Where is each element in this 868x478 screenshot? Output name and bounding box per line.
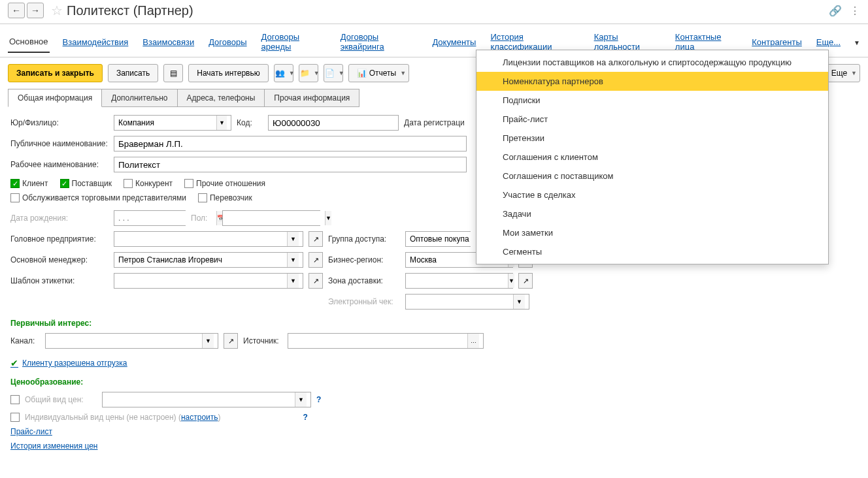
nav-tab-0[interactable]: Основное [8, 33, 50, 53]
checkmark-icon: ✓ [10, 179, 20, 188]
access-group-select[interactable] [405, 231, 471, 247]
forward-button[interactable]: → [27, 3, 44, 18]
menu-item-8[interactable]: Задачи [476, 204, 828, 223]
menu-item-4[interactable]: Претензии [476, 129, 828, 148]
nav-tab-3[interactable]: Договоры [207, 33, 248, 52]
users-icon-button[interactable]: 👥▼ [274, 64, 293, 82]
open-external-button[interactable]: ↗ [309, 273, 323, 289]
sub-tab-2[interactable]: Адреса, телефоны [177, 89, 265, 107]
channel-field[interactable] [50, 334, 202, 348]
nav-tab-1[interactable]: Взаимодействия [61, 33, 130, 52]
common-price-checkbox[interactable] [10, 395, 20, 404]
head-company-select[interactable]: ▼ [114, 231, 303, 247]
chevron-down-icon[interactable]: ▼ [202, 334, 214, 348]
reg-date-label: Дата регистраци [404, 118, 465, 127]
ur-fiz-label: Юр/Физлицо: [10, 118, 108, 127]
chevron-down-icon[interactable]: ▼ [287, 232, 299, 246]
delivery-zone-field[interactable] [410, 274, 508, 288]
nav-tab-2[interactable]: Взаимосвязи [141, 33, 195, 52]
open-external-button[interactable]: ↗ [309, 231, 323, 247]
carrier-checkbox[interactable]: Перевозчик [198, 193, 252, 202]
chevron-down-icon[interactable]: ▼ [325, 211, 331, 225]
served-by-checkbox[interactable]: Обслуживается торговыми представителями [10, 193, 186, 202]
menu-item-2[interactable]: Подписки [476, 91, 828, 110]
source-select[interactable]: … [288, 333, 484, 349]
gender-select[interactable]: ▼ [222, 210, 320, 226]
echeck-label: Электронный чек: [328, 297, 400, 306]
chevron-down-icon[interactable]: ▼ [508, 274, 514, 288]
company-type-select[interactable]: ▼ [114, 115, 231, 131]
chevron-down-icon[interactable]: ▼ [216, 116, 227, 130]
menu-item-7[interactable]: Участие в сделках [476, 185, 828, 204]
ellipsis-icon[interactable]: … [467, 334, 479, 348]
sub-tab-1[interactable]: Дополнительно [101, 89, 177, 107]
list-icon-button[interactable]: ▤ [163, 64, 183, 82]
open-external-button[interactable]: ↗ [224, 333, 238, 349]
chevron-down-icon[interactable]: ▼ [854, 39, 860, 46]
price-list-link[interactable]: Прайс-лист [10, 427, 52, 436]
shipping-allowed-link[interactable]: Клиенту разрешена отгрузка [22, 358, 127, 368]
help-icon[interactable]: ? [303, 413, 308, 422]
public-name-input[interactable] [114, 136, 467, 151]
head-company-field[interactable] [118, 232, 287, 246]
reports-button[interactable]: 📊Отчеты▼ [348, 64, 409, 82]
open-external-button[interactable]: ↗ [309, 252, 323, 268]
link-icon[interactable]: 🔗 [829, 5, 842, 17]
configure-link[interactable]: настроить [181, 413, 218, 422]
company-type-input[interactable] [118, 116, 216, 130]
chevron-down-icon[interactable]: ▼ [287, 274, 299, 288]
nav-tab-5[interactable]: Договоры эквайринга [339, 28, 420, 57]
client-checkbox[interactable]: ✓Клиент [10, 179, 48, 188]
price-history-link[interactable]: История изменения цен [10, 441, 98, 451]
work-name-input[interactable] [114, 157, 467, 172]
sub-tab-0[interactable]: Общая информация [8, 89, 102, 107]
chevron-down-icon: ▼ [314, 70, 320, 76]
more-vert-icon[interactable]: ⋮ [850, 5, 860, 17]
chevron-down-icon[interactable]: ▼ [287, 253, 299, 267]
menu-item-1[interactable]: Номенклатура партнеров [476, 72, 828, 91]
menu-item-6[interactable]: Соглашения с поставщиком [476, 167, 828, 185]
save-button[interactable]: Записать [108, 64, 158, 82]
menu-item-9[interactable]: Мои заметки [476, 223, 828, 242]
chevron-down-icon[interactable]: ▼ [295, 392, 307, 407]
common-price-field[interactable] [107, 392, 295, 407]
menu-item-0[interactable]: Лицензии поставщиков на алкогольную и сп… [476, 53, 828, 72]
main-manager-select[interactable]: ▼ [114, 252, 303, 268]
chevron-down-icon[interactable]: ▼ [513, 295, 525, 309]
open-external-button[interactable]: ↗ [518, 273, 533, 289]
common-price-select[interactable]: ▼ [102, 392, 311, 407]
delivery-zone-select[interactable]: ▼ [405, 273, 513, 289]
menu-item-10[interactable]: Сегменты [476, 242, 828, 261]
checkbox-icon [10, 193, 20, 202]
save-close-button[interactable]: Записать и закрыть [8, 64, 103, 82]
echeck-select[interactable]: ▼ [405, 294, 529, 310]
checkbox-icon [184, 179, 193, 188]
menu-item-3[interactable]: Прайс-лист [476, 110, 828, 129]
nav-tab-4[interactable]: Договоры аренды [260, 28, 327, 57]
copy-icon-button[interactable]: 📄▼ [324, 64, 343, 82]
public-name-label: Публичное наименование: [10, 139, 108, 148]
source-field[interactable] [292, 334, 467, 348]
gender-field[interactable] [227, 211, 325, 225]
nav-tab-6[interactable]: Документы [431, 33, 477, 52]
birthdate-input[interactable]: 📅 [114, 210, 186, 226]
competitor-checkbox[interactable]: Конкурент [124, 179, 173, 188]
individual-price-checkbox[interactable] [10, 413, 20, 422]
overflow-menu: Лицензии поставщиков на алкогольную и сп… [476, 50, 829, 264]
label-template-field[interactable] [118, 274, 287, 288]
sub-tab-3[interactable]: Прочая информация [264, 89, 359, 107]
label-template-select[interactable]: ▼ [114, 273, 303, 289]
help-icon[interactable]: ? [316, 395, 321, 404]
main-manager-field[interactable] [118, 253, 287, 267]
other-rel-checkbox[interactable]: Прочие отношения [184, 179, 265, 188]
channel-select[interactable]: ▼ [45, 333, 218, 349]
supplier-checkbox[interactable]: ✓Поставщик [60, 179, 112, 188]
menu-item-5[interactable]: Соглашения с клиентом [476, 148, 828, 167]
folder-icon-button[interactable]: 📁▼ [299, 64, 318, 82]
start-interview-button[interactable]: Начать интервью [188, 64, 269, 82]
code-input[interactable] [268, 115, 399, 131]
access-group-label: Группа доступа: [328, 234, 400, 244]
back-button[interactable]: ← [8, 3, 25, 18]
echeck-field[interactable] [410, 295, 513, 309]
favorite-icon[interactable]: ☆ [51, 3, 63, 18]
